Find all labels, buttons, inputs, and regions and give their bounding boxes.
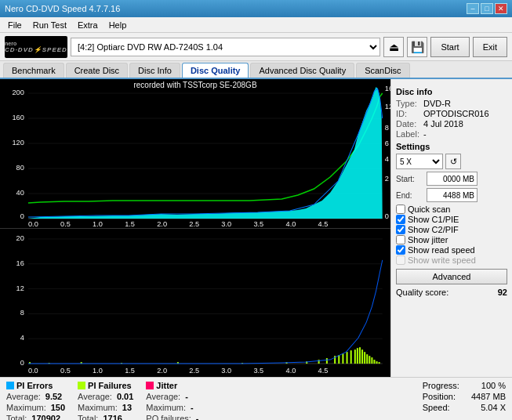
- svg-rect-63: [326, 358, 328, 364]
- quick-scan-checkbox[interactable]: [396, 205, 405, 214]
- svg-rect-65: [338, 355, 340, 364]
- pi-failures-total-row: Total: 1716: [78, 414, 133, 420]
- maximize-button[interactable]: □: [481, 3, 493, 14]
- advanced-button[interactable]: Advanced: [396, 269, 507, 284]
- exit-button[interactable]: Exit: [473, 37, 507, 57]
- svg-text:120: 120: [12, 139, 24, 147]
- pi-failures-header: PI Failures: [78, 381, 133, 390]
- drive-select[interactable]: [4:2] Optiarc DVD RW AD-7240S 1.04: [71, 38, 380, 56]
- speed-value: 5.04 X: [481, 403, 506, 412]
- show-c1-checkbox[interactable]: [396, 215, 405, 224]
- start-input[interactable]: [427, 172, 478, 186]
- po-failures-row: PO failures: -: [146, 414, 198, 420]
- svg-text:0: 0: [385, 212, 389, 220]
- svg-text:2: 2: [385, 175, 389, 183]
- svg-rect-62: [318, 360, 320, 364]
- titlebar: Nero CD-DVD Speed 4.7.7.16 – □ ✕: [0, 0, 512, 17]
- svg-text:40: 40: [16, 189, 24, 197]
- pi-errors-max-label: Maximum:: [6, 403, 46, 412]
- jitter-max-row: Maximum: -: [146, 403, 198, 412]
- svg-text:6: 6: [385, 139, 389, 147]
- show-read-speed-checkbox[interactable]: [396, 245, 405, 255]
- menu-file[interactable]: File: [3, 19, 27, 31]
- po-failures-value: -: [196, 414, 199, 420]
- svg-text:1.5: 1.5: [125, 220, 135, 228]
- menu-extra[interactable]: Extra: [73, 19, 103, 31]
- quality-score-row: Quality score: 92: [396, 288, 507, 297]
- disc-type-value: DVD-R: [423, 99, 451, 108]
- minimize-button[interactable]: –: [467, 3, 479, 14]
- svg-text:200: 200: [12, 89, 24, 96]
- chart-bottom: 20 16 12 8 4 0 0.0 0.5 1.0 1.5 2.0 2.5: [0, 228, 390, 377]
- position-row: Position: 4487 MB: [423, 392, 506, 401]
- start-label: Start:: [396, 175, 424, 183]
- show-read-speed-label: Show read speed: [408, 245, 475, 255]
- svg-text:0.0: 0.0: [28, 367, 38, 375]
- pi-errors-max-value: 150: [51, 403, 65, 412]
- pi-errors-label: PI Errors: [16, 381, 53, 390]
- svg-text:2.0: 2.0: [157, 367, 167, 375]
- close-button[interactable]: ✕: [495, 3, 507, 14]
- pi-errors-avg-label: Average:: [6, 392, 41, 401]
- save-icon-button[interactable]: 💾: [407, 37, 427, 57]
- jitter-label: Jitter: [156, 381, 177, 390]
- svg-text:3.0: 3.0: [221, 367, 231, 375]
- svg-text:0: 0: [20, 212, 24, 220]
- speed-select[interactable]: 5 X: [396, 154, 443, 169]
- end-input[interactable]: [427, 188, 478, 202]
- menu-help[interactable]: Help: [104, 19, 132, 31]
- svg-rect-79: [379, 362, 380, 364]
- pi-errors-max-row: Maximum: 150: [6, 403, 65, 412]
- titlebar-title: Nero CD-DVD Speed 4.7.7.16: [5, 4, 120, 13]
- po-failures-label: PO failures:: [146, 414, 191, 420]
- tab-create-disc[interactable]: Create Disc: [66, 63, 128, 78]
- svg-text:8: 8: [385, 124, 389, 132]
- svg-text:16: 16: [385, 85, 390, 92]
- svg-rect-69: [354, 349, 356, 364]
- pi-failures-max-value: 13: [122, 403, 132, 412]
- svg-text:4.0: 4.0: [286, 367, 296, 375]
- disc-date-value: 4 Jul 2018: [423, 119, 463, 129]
- jitter-avg-value: -: [185, 392, 188, 401]
- settings-title: Settings: [396, 142, 507, 151]
- tab-disc-info[interactable]: Disc Info: [129, 63, 180, 78]
- show-jitter-row: Show jitter: [396, 235, 507, 244]
- pi-failures-label: PI Failures: [88, 381, 132, 390]
- show-c2-checkbox[interactable]: [396, 225, 405, 234]
- tab-disc-quality[interactable]: Disc Quality: [182, 63, 249, 78]
- show-write-speed-checkbox: [396, 255, 405, 265]
- titlebar-controls: – □ ✕: [467, 3, 507, 14]
- jitter-group: Jitter Average: - Maximum: - PO failures…: [146, 381, 198, 420]
- pi-errors-avg-value: 9.52: [45, 392, 62, 401]
- disc-date-row: Date: 4 Jul 2018: [396, 119, 507, 129]
- tab-scandisc[interactable]: ScanDisc: [356, 63, 409, 78]
- svg-text:3.0: 3.0: [221, 220, 231, 228]
- jitter-max-value: -: [191, 403, 194, 412]
- show-jitter-checkbox[interactable]: [396, 235, 405, 244]
- show-c2-label: Show C2/PIF: [408, 225, 459, 234]
- speed-refresh-button[interactable]: ↺: [445, 154, 461, 169]
- nero-logo: nero CD·DVD⚡SPEED: [5, 36, 67, 58]
- tab-advanced-disc-quality[interactable]: Advanced Disc Quality: [250, 63, 354, 78]
- svg-text:16: 16: [16, 259, 24, 267]
- menu-run-test[interactable]: Run Test: [28, 19, 71, 31]
- show-c2-row: Show C2/PIF: [396, 225, 507, 234]
- disc-label-label: Label:: [396, 129, 421, 139]
- eject-icon-button[interactable]: ⏏: [383, 37, 404, 57]
- show-c1-row: Show C1/PIE: [396, 215, 507, 224]
- pi-errors-total-value: 170902: [31, 414, 60, 420]
- svg-text:1.0: 1.0: [93, 367, 103, 375]
- svg-text:0: 0: [20, 359, 24, 367]
- svg-rect-67: [347, 352, 348, 364]
- svg-text:3.5: 3.5: [253, 367, 263, 375]
- main-content: recorded with TSSTcorp SE-208GB 200 160 …: [0, 79, 512, 377]
- pi-errors-avg-row: Average: 9.52: [6, 392, 65, 401]
- disc-label-row: Label: -: [396, 129, 507, 139]
- disc-type-row: Type: DVD-R: [396, 99, 507, 108]
- chart-area: recorded with TSSTcorp SE-208GB 200 160 …: [0, 79, 390, 377]
- tab-benchmark[interactable]: Benchmark: [3, 63, 64, 78]
- svg-rect-77: [373, 360, 375, 364]
- disc-label-value: -: [423, 129, 427, 139]
- start-button[interactable]: Start: [430, 37, 469, 57]
- jitter-max-label: Maximum:: [146, 403, 186, 412]
